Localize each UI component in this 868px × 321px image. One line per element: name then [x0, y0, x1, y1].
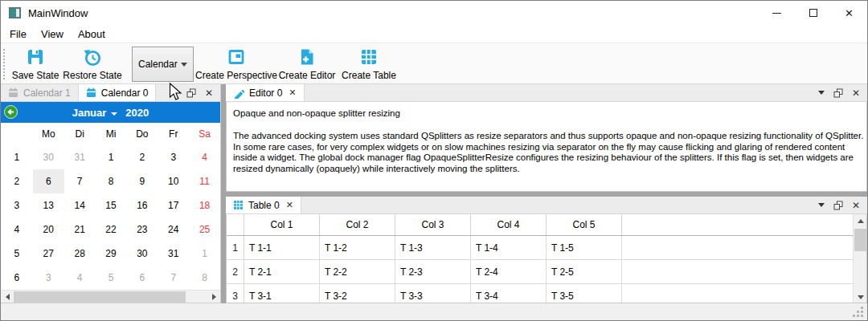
scroll-down-icon[interactable]	[854, 291, 867, 303]
calendar-day[interactable]: 31	[158, 242, 189, 266]
tabs-menu-icon[interactable]	[818, 91, 825, 95]
column-header[interactable]: Col 5	[547, 214, 622, 235]
month-dropdown-icon[interactable]	[111, 112, 117, 116]
float-dock-icon[interactable]	[833, 88, 843, 98]
calendar-day[interactable]: 20	[33, 217, 64, 242]
row-header[interactable]: 2	[227, 260, 244, 283]
menu-file[interactable]: File	[2, 26, 34, 42]
create-perspective-button[interactable]: Create Perspective	[195, 46, 277, 81]
calendar-day[interactable]: 8	[96, 169, 127, 193]
calendar-day[interactable]: 31	[64, 145, 96, 169]
calendar-horizontal-scrollbar[interactable]	[1, 290, 220, 303]
calendar-day[interactable]: 6	[126, 266, 158, 290]
calendar-day[interactable]: 9	[126, 169, 158, 193]
calendar-day[interactable]: 1	[189, 242, 220, 266]
table-vertical-scrollbar[interactable]	[853, 214, 866, 303]
column-header[interactable]: Col 4	[471, 214, 547, 235]
calendar-day[interactable]: 3	[158, 145, 189, 169]
tabs-menu-icon[interactable]	[818, 203, 825, 207]
calendar-day[interactable]: 5	[96, 266, 127, 290]
previous-month-button[interactable]	[4, 105, 18, 121]
toolbar-drag-handle[interactable]	[3, 49, 5, 79]
create-editor-button[interactable]: Create Editor	[277, 46, 337, 81]
table-cell[interactable]: T 3-2	[320, 284, 395, 303]
table-cell[interactable]: T 2-1	[244, 260, 320, 283]
column-header[interactable]: Col 2	[320, 214, 395, 235]
tab-close-icon[interactable]: ✕	[286, 201, 293, 209]
tab-close-icon[interactable]: ✕	[289, 88, 296, 97]
resize-grip-icon[interactable]	[853, 307, 863, 317]
calendar-day[interactable]: 21	[64, 217, 96, 242]
calendar-day[interactable]: 11	[189, 169, 220, 193]
table-cell[interactable]: T 1-1	[244, 236, 320, 259]
calendar-day[interactable]: 17	[158, 193, 189, 217]
calendar-day[interactable]: 6	[33, 169, 64, 193]
scroll-up-icon[interactable]	[854, 214, 867, 227]
scroll-left-icon[interactable]	[1, 291, 14, 303]
table-cell[interactable]: T 2-4	[471, 260, 547, 283]
float-dock-icon[interactable]	[833, 201, 843, 210]
vertical-scroll-thumb[interactable]	[854, 229, 866, 251]
table-cell[interactable]: T 1-4	[471, 236, 547, 259]
column-header[interactable]: Col 3	[395, 214, 471, 235]
calendar-day[interactable]: 1	[96, 145, 127, 169]
close-dock-icon[interactable]: ✕	[852, 88, 860, 98]
menu-view[interactable]: View	[34, 26, 71, 42]
close-button[interactable]: ✕	[831, 1, 867, 25]
calendar-day[interactable]: 25	[189, 217, 220, 242]
tab-calendar-1[interactable]: Calendar 1	[1, 84, 79, 101]
tab-editor-0[interactable]: Editor 0 ✕	[226, 84, 305, 101]
row-header[interactable]: 1	[227, 236, 244, 259]
calendar-day[interactable]: 16	[126, 193, 158, 217]
calendar-day[interactable]: 15	[96, 193, 127, 217]
horizontal-scroll-thumb[interactable]	[14, 291, 186, 303]
calendar-day[interactable]: 8	[189, 266, 220, 290]
table-cell[interactable]: T 3-5	[547, 284, 622, 303]
calendar-day[interactable]: 23	[126, 217, 158, 242]
row-header[interactable]: 3	[227, 284, 244, 303]
perspective-dropdown[interactable]: Calendar	[132, 47, 194, 82]
table-cell[interactable]: T 1-2	[320, 236, 395, 259]
calendar-day[interactable]: 14	[64, 193, 96, 217]
tab-calendar-0[interactable]: Calendar 0	[79, 84, 157, 101]
close-dock-icon[interactable]: ✕	[205, 88, 213, 98]
column-header[interactable]: Col 1	[244, 214, 320, 235]
calendar-day[interactable]: 30	[126, 242, 158, 266]
table-cell[interactable]: T 3-1	[244, 284, 320, 303]
create-table-button[interactable]: Create Table	[340, 46, 398, 81]
table-cell[interactable]: T 1-3	[395, 236, 471, 259]
table-cell[interactable]: T 1-5	[547, 236, 622, 259]
calendar-day[interactable]: 22	[96, 217, 127, 242]
tab-table-0[interactable]: Table 0 ✕	[226, 197, 301, 213]
editor-text-area[interactable]: Opaque and non-opaque splitter resizing …	[226, 102, 867, 192]
calendar-day[interactable]: 7	[158, 266, 189, 290]
calendar-day[interactable]: 24	[158, 217, 189, 242]
month-button[interactable]: Januar	[72, 107, 107, 119]
calendar-day[interactable]: 27	[33, 242, 64, 266]
calendar-day[interactable]: 4	[64, 266, 96, 290]
calendar-day[interactable]: 2	[126, 145, 158, 169]
float-dock-icon[interactable]	[186, 88, 196, 98]
save-state-button[interactable]: Save State	[10, 46, 60, 81]
calendar-day[interactable]: 18	[189, 193, 220, 217]
calendar-day[interactable]: 7	[64, 169, 96, 193]
calendar-day[interactable]: 3	[33, 266, 64, 290]
maximize-button[interactable]	[795, 1, 831, 25]
table-cell[interactable]: T 2-3	[395, 260, 471, 283]
minimize-button[interactable]	[759, 1, 795, 25]
table-cell[interactable]: T 2-2	[320, 260, 395, 283]
calendar-day[interactable]: 29	[96, 242, 127, 266]
calendar-day[interactable]: 30	[33, 145, 64, 169]
restore-state-button[interactable]: Restore State	[62, 46, 123, 81]
table-cell[interactable]: T 2-5	[547, 260, 622, 283]
calendar-day[interactable]: 28	[64, 242, 96, 266]
scroll-right-icon[interactable]	[207, 291, 220, 303]
calendar-day[interactable]: 13	[33, 193, 64, 217]
calendar-day[interactable]: 4	[189, 145, 220, 169]
menu-about[interactable]: About	[71, 26, 113, 42]
year-button[interactable]: 2020	[125, 107, 149, 119]
table-cell[interactable]: T 3-3	[395, 284, 471, 303]
close-dock-icon[interactable]: ✕	[852, 201, 860, 210]
calendar-day[interactable]: 10	[158, 169, 189, 193]
table-cell[interactable]: T 3-4	[471, 284, 547, 303]
